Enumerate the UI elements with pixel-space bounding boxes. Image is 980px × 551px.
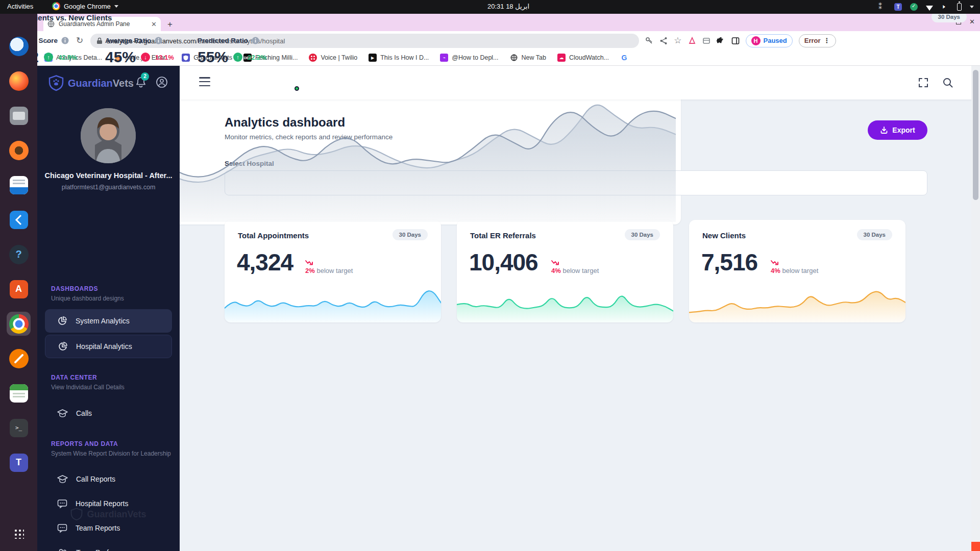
dock-files[interactable] (7, 104, 31, 128)
stat-label: Average Ratio (105, 37, 151, 44)
sidebar-item-system-analytics[interactable]: System Analytics (45, 309, 172, 333)
bookmark-item[interactable]: ☁CloudWatch... (557, 54, 609, 62)
user-email: platformtest1@guardianvets.com (37, 184, 180, 191)
caret-down-icon[interactable] (970, 6, 974, 8)
dock-calc[interactable] (7, 381, 31, 405)
info-icon[interactable] (61, 37, 69, 44)
volume-muted-icon[interactable]: 🕨 (941, 3, 949, 11)
side-panel-icon[interactable] (731, 37, 740, 45)
tab-close-icon[interactable]: ✕ (151, 20, 157, 28)
card-title: New Clients (702, 231, 746, 240)
key-icon[interactable] (645, 37, 653, 45)
dock-thunderbird[interactable] (7, 34, 31, 58)
sidebar-item-team-performance[interactable]: Team Performance (45, 541, 172, 551)
account-status[interactable] (156, 76, 298, 90)
bookmark-item[interactable]: Voice | Twilio (309, 54, 357, 62)
info-icon[interactable] (252, 37, 259, 44)
sidebar-watermark: GuardianVets (37, 508, 180, 521)
notification-badge: 2 (141, 72, 149, 81)
profile-paused-chip[interactable]: H Paused (746, 34, 793, 47)
network-icon[interactable] (926, 6, 933, 11)
show-apps-icon (14, 529, 24, 539)
section-subtitle: Unique dashboard designs (51, 295, 124, 302)
dock-vscode[interactable] (7, 208, 31, 232)
scrollbar-marker (971, 542, 980, 551)
app-menu-label: Google Chrome (64, 3, 111, 10)
stat-delta: 22.2% (248, 54, 266, 61)
trend-down-icon (771, 260, 780, 266)
new-tab-button[interactable]: + (167, 19, 173, 30)
sidebar-item-calls[interactable]: Calls (45, 402, 172, 425)
terminal-icon: >_ (10, 419, 28, 437)
dock-show-apps[interactable] (7, 521, 31, 545)
dock-ubuntu-software[interactable]: A (7, 277, 31, 301)
kebab-menu-icon: ⋮ (824, 37, 830, 44)
system-clock[interactable]: 20:31 18 ابريل (487, 3, 529, 10)
arrow-up-icon: ↑ (44, 53, 53, 62)
hospital-name: Chicago Veterinary Hospital - After... (37, 171, 180, 180)
bookmark-item[interactable]: ▶This Is How I D... (369, 54, 429, 62)
delta-percent: 4% (551, 267, 561, 274)
guardianvets-shield-icon (182, 54, 190, 62)
activities-button[interactable]: Activities (7, 3, 33, 10)
ubuntu-software-icon: A (10, 280, 28, 298)
sidebar-item-label: Hospital Reports (76, 499, 129, 508)
user-photo[interactable] (81, 108, 136, 163)
extension-pink-icon[interactable] (688, 37, 696, 45)
page-scrollbar[interactable] (971, 66, 980, 551)
bookmark-item[interactable]: ⌁@How to Depl... (440, 54, 498, 62)
reload-icon[interactable]: ↻ (76, 35, 83, 46)
period-badge: 30 Days (625, 229, 660, 240)
dock-firefox[interactable] (7, 69, 31, 93)
updates-ok-icon[interactable] (910, 3, 918, 11)
caret-down-icon (114, 5, 118, 8)
card-delta: 4% below target (551, 260, 599, 274)
sidebar-item-call-reports[interactable]: Call Reports (45, 467, 172, 491)
stat-label: Predicted Ratio (198, 37, 248, 44)
scrollbar-thumb[interactable] (973, 70, 978, 200)
new-clients-sparkline (689, 287, 905, 322)
chat-bubble-icon (57, 499, 67, 509)
dock-teams[interactable]: T (7, 450, 31, 474)
close-button[interactable]: ✕ (969, 18, 975, 26)
share-icon[interactable] (659, 37, 668, 45)
battery-icon[interactable] (957, 3, 962, 11)
card-value: 4,324 (237, 248, 293, 276)
dock-writer[interactable] (7, 173, 31, 197)
notifications-bell[interactable]: 2 (135, 76, 146, 90)
brand-logo[interactable]: GuardianVets (48, 75, 134, 91)
dock-rhythmbox[interactable] (7, 138, 31, 162)
dock-screenshot[interactable] (7, 346, 31, 370)
bookmark-label: New Tab (522, 54, 546, 61)
dock-chrome[interactable] (7, 312, 31, 336)
search-icon[interactable] (942, 77, 953, 88)
dock-help[interactable]: ? (7, 242, 31, 266)
brand-part2: Vets (113, 78, 134, 89)
watermark-text: GuardianVets (87, 509, 146, 520)
sidebar-item-hospital-analytics[interactable]: Hospital Analytics (45, 335, 172, 358)
export-button[interactable]: Export (868, 120, 927, 140)
slack-icon[interactable]: ⁑ (878, 3, 886, 11)
info-icon[interactable] (155, 37, 162, 44)
dock-terminal[interactable]: >_ (7, 416, 31, 440)
bookmark-star-icon[interactable]: ☆ (674, 35, 681, 46)
teams-icon[interactable]: T (894, 3, 902, 11)
stat-value: 45% (105, 48, 136, 66)
bookmark-item[interactable]: New Tab (510, 54, 546, 62)
extension-gray-icon[interactable] (702, 37, 710, 45)
arrow-down-icon: ↓ (141, 53, 150, 62)
extensions-puzzle-icon[interactable] (717, 36, 725, 45)
bookmark-label: @How to Depl... (452, 54, 498, 61)
lock-icon (96, 37, 103, 44)
fullscreen-icon[interactable] (918, 77, 929, 88)
period-badge: 30 Days (857, 229, 892, 240)
error-menu-chip[interactable]: Error ⋮ (799, 34, 836, 47)
stat-value: 55% (198, 48, 228, 66)
bookmark-item[interactable]: G (620, 54, 628, 62)
sidebar-item-label: System Analytics (76, 317, 130, 325)
app-menu[interactable]: Google Chrome (52, 2, 118, 10)
graduation-cap-icon (57, 409, 68, 418)
google-icon: G (620, 54, 628, 62)
section-title: REPORTS AND DATA (51, 440, 171, 447)
card-value: 10,406 (469, 248, 538, 276)
